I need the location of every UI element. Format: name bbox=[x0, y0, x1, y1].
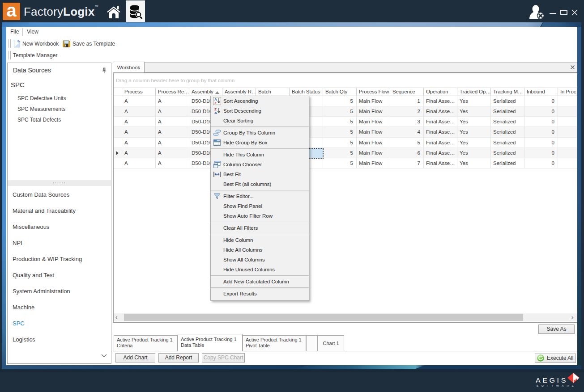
svg-text:A: A bbox=[214, 111, 217, 115]
svg-text:Z: Z bbox=[214, 101, 217, 105]
